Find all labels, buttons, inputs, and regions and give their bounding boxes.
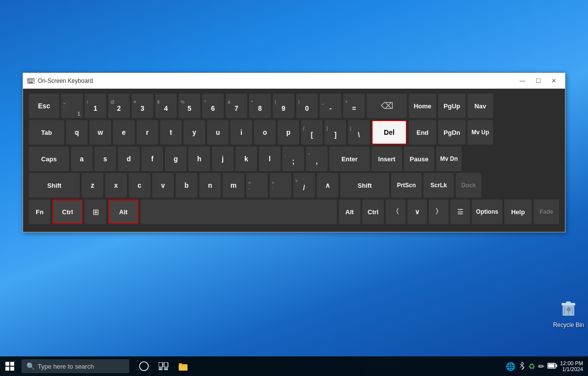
key-n[interactable]: n <box>199 173 221 198</box>
key-ctrl-right[interactable]: Ctrl <box>362 200 384 224</box>
edit-icon[interactable]: ✏ <box>538 362 544 371</box>
key-prtscn[interactable]: PrtScn <box>391 173 422 198</box>
key-m[interactable]: m <box>223 173 244 198</box>
svg-rect-18 <box>10 362 14 366</box>
key-o[interactable]: o <box>254 120 276 145</box>
key-end[interactable]: End <box>409 120 436 145</box>
minimize-button[interactable]: — <box>515 74 530 88</box>
key-w[interactable]: w <box>90 120 111 145</box>
key-t[interactable]: t <box>160 120 182 145</box>
key-hash[interactable]: # 3 <box>132 94 153 118</box>
key-c[interactable]: c <box>129 173 150 198</box>
file-explorer-button[interactable] <box>174 357 192 375</box>
key-slash[interactable]: ? / <box>293 173 315 198</box>
key-excl[interactable]: ! 1 <box>85 94 106 118</box>
key-lbracket[interactable]: { [ <box>301 120 323 145</box>
key-a[interactable]: a <box>71 147 93 171</box>
key-rparen[interactable]: ) 0 <box>296 94 318 118</box>
key-lparen[interactable]: ( 9 <box>273 94 294 118</box>
close-button[interactable]: ✕ <box>546 74 561 88</box>
cortana-button[interactable] <box>135 357 153 375</box>
key-home[interactable]: Home <box>409 94 436 118</box>
key-backslash[interactable]: | \ <box>348 120 370 145</box>
key-win[interactable]: ⊞ <box>85 200 106 224</box>
taskbar-search[interactable]: 🔍 Type here to search <box>22 359 129 373</box>
key-rbracket[interactable]: } ] <box>325 120 346 145</box>
key-space[interactable] <box>141 200 337 224</box>
start-button[interactable] <box>0 356 20 376</box>
key-v[interactable]: v <box>152 173 174 198</box>
key-star[interactable]: * 8 <box>249 94 271 118</box>
language-icon[interactable]: 🌐 <box>506 362 516 371</box>
key-f[interactable]: f <box>141 147 163 171</box>
key-i[interactable]: i <box>231 120 252 145</box>
key-g[interactable]: g <box>165 147 187 171</box>
key-ctrl-left[interactable]: Ctrl <box>52 200 83 224</box>
key-fade[interactable]: Fade <box>534 200 559 224</box>
key-del[interactable]: Del <box>372 120 407 145</box>
key-k[interactable]: k <box>235 147 257 171</box>
key-period[interactable]: > . <box>270 173 291 198</box>
key-q[interactable]: q <box>66 120 88 145</box>
key-help[interactable]: Help <box>504 200 532 224</box>
task-view-button[interactable] <box>155 357 172 375</box>
taskbar-center-icons <box>135 357 192 375</box>
system-clock[interactable]: 12:00 PM 1/1/2024 <box>560 360 583 372</box>
key-uparrow-sym[interactable]: ∧ <box>317 173 338 198</box>
key-arrow-right[interactable]: 〉 <box>429 200 448 224</box>
key-scrlk[interactable]: ScrLk <box>423 173 454 198</box>
key-minus[interactable]: _ - <box>320 94 341 118</box>
refresh-icon[interactable]: ♻ <box>528 362 535 371</box>
key-amp[interactable]: & 7 <box>226 94 247 118</box>
key-comma[interactable]: < , <box>246 173 268 198</box>
key-shift-right[interactable]: Shift <box>340 173 389 198</box>
key-arrow-left[interactable]: 〈 <box>386 200 405 224</box>
key-dock[interactable]: Dock <box>456 173 481 198</box>
key-caret[interactable]: ^ 6 <box>202 94 224 118</box>
key-p[interactable]: p <box>278 120 299 145</box>
key-context[interactable]: ☰ <box>450 200 470 224</box>
bluetooth-icon[interactable] <box>518 361 525 372</box>
key-pgup[interactable]: PgUp <box>438 94 466 118</box>
recycle-bin[interactable]: ♻ Recycle Bin <box>553 296 584 328</box>
key-j[interactable]: j <box>212 147 234 171</box>
key-mvdn[interactable]: Mv Dn <box>436 147 462 171</box>
key-colon[interactable]: : ; <box>282 147 304 171</box>
key-z[interactable]: z <box>82 173 103 198</box>
key-insert[interactable]: Insert <box>372 147 402 171</box>
key-backspace[interactable]: ⌫ <box>367 94 407 118</box>
key-nav[interactable]: Nav <box>468 94 493 118</box>
key-enter[interactable]: Enter <box>329 147 370 171</box>
key-tilde[interactable]: ~ ` 1 <box>61 94 83 118</box>
key-e[interactable]: e <box>113 120 135 145</box>
key-b[interactable]: b <box>176 173 197 198</box>
key-pgdn[interactable]: PgDn <box>438 120 466 145</box>
key-at[interactable]: @ 2 <box>108 94 130 118</box>
key-s[interactable]: s <box>94 147 116 171</box>
key-arrow-down[interactable]: ∨ <box>407 200 427 224</box>
key-fn[interactable]: Fn <box>29 200 50 224</box>
key-shift-left[interactable]: Shift <box>29 173 80 198</box>
svg-rect-9 <box>28 82 33 83</box>
key-percent[interactable]: % 5 <box>179 94 200 118</box>
battery-icon[interactable] <box>547 362 557 371</box>
key-dollar[interactable]: $ 4 <box>155 94 177 118</box>
key-alt-right[interactable]: Alt <box>339 200 360 224</box>
key-u[interactable]: u <box>207 120 229 145</box>
key-h[interactable]: h <box>188 147 210 171</box>
key-tab[interactable]: Tab <box>29 120 64 145</box>
key-caps[interactable]: Caps <box>29 147 69 171</box>
key-plus[interactable]: + = <box>343 94 365 118</box>
key-quote[interactable]: " , <box>306 147 328 171</box>
key-pause[interactable]: Pause <box>404 147 434 171</box>
key-mvup[interactable]: Mv Up <box>468 120 493 145</box>
key-l[interactable]: l <box>259 147 281 171</box>
key-alt-left[interactable]: Alt <box>108 200 139 224</box>
key-options[interactable]: Options <box>472 200 502 224</box>
key-x[interactable]: x <box>105 173 127 198</box>
key-y[interactable]: y <box>184 120 205 145</box>
key-esc[interactable]: Esc <box>29 94 59 118</box>
maximize-button[interactable]: ☐ <box>531 74 545 88</box>
key-r[interactable]: r <box>137 120 158 145</box>
key-d[interactable]: d <box>118 147 140 171</box>
